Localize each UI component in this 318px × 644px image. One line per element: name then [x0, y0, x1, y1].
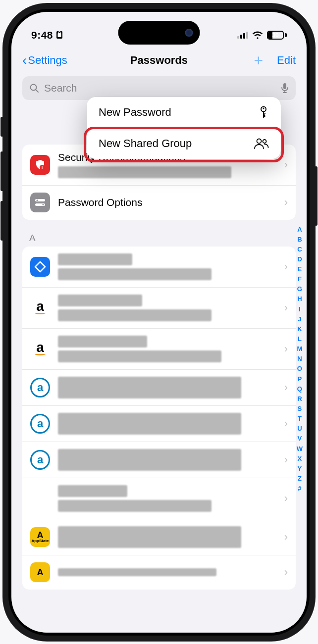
password-row[interactable]: a › [22, 328, 296, 369]
index-letter[interactable]: D [297, 254, 303, 264]
chevron-right-icon: › [284, 260, 288, 273]
apple-icon [30, 489, 50, 508]
svg-point-7 [257, 139, 262, 143]
search-field[interactable]: Search [22, 76, 296, 100]
chevron-right-icon: › [284, 453, 288, 466]
password-row[interactable]: a › [22, 405, 296, 442]
add-menu-popup: New Password New Shared Group [87, 97, 281, 159]
password-row[interactable]: › [22, 247, 296, 287]
fade-overlay [11, 598, 307, 633]
search-icon [29, 83, 39, 93]
svg-point-6 [263, 107, 265, 109]
chevron-right-icon: › [284, 531, 288, 544]
index-letter[interactable]: U [297, 424, 303, 434]
password-row[interactable]: a › [22, 442, 296, 478]
edit-button[interactable]: Edit [277, 54, 296, 67]
add-button[interactable]: + [254, 52, 263, 68]
index-letter[interactable]: Z [297, 474, 303, 484]
redacted-content [58, 336, 147, 347]
password-row[interactable]: a › [22, 287, 296, 328]
password-row[interactable]: AAppState › [22, 519, 296, 555]
index-letter[interactable]: J [297, 314, 303, 324]
row-label: Password Options [58, 197, 276, 208]
index-letter[interactable]: X [297, 454, 303, 464]
redacted-content [58, 568, 216, 576]
amazon-icon: a [30, 298, 50, 318]
redacted-content [58, 268, 212, 280]
status-time: 9:48 [31, 29, 53, 41]
menu-new-password[interactable]: New Password [87, 97, 281, 128]
index-letter[interactable]: E [297, 264, 303, 274]
back-label: Settings [28, 54, 67, 67]
dynamic-island [118, 21, 200, 45]
index-letter[interactable]: S [297, 404, 303, 414]
svg-line-3 [36, 90, 39, 92]
section-header-a: A [29, 233, 289, 244]
svg-point-12 [37, 199, 38, 201]
chevron-right-icon: › [284, 158, 288, 171]
passwords-group-a: › a › a › [22, 247, 296, 590]
index-letter[interactable]: I [297, 304, 303, 314]
security-icon: ! [30, 155, 50, 175]
index-letter[interactable]: B [297, 235, 303, 245]
index-letter[interactable]: N [297, 354, 303, 364]
index-letter[interactable]: L [297, 334, 303, 344]
index-letter[interactable]: A [297, 225, 303, 235]
back-button[interactable]: ‹ Settings [22, 53, 67, 67]
index-letter[interactable]: V [297, 434, 303, 444]
page-title: Passwords [130, 54, 188, 67]
microphone-icon[interactable] [281, 83, 289, 94]
password-options-row[interactable]: Password Options › [22, 185, 296, 220]
redacted-content [58, 413, 241, 435]
people-icon [254, 138, 269, 149]
amazon-icon: a [30, 339, 50, 359]
index-letter[interactable]: M [297, 344, 303, 354]
redacted-content [58, 449, 241, 471]
index-letter[interactable]: K [297, 324, 303, 334]
index-letter[interactable]: W [297, 444, 303, 454]
menu-label: New Password [99, 106, 171, 119]
appstate-icon: A [30, 562, 50, 582]
volume-down [0, 201, 3, 241]
svg-point-8 [263, 140, 266, 143]
power-button [315, 166, 318, 226]
redacted-content [58, 295, 142, 306]
index-letter[interactable]: # [297, 484, 303, 494]
chevron-right-icon: › [284, 381, 288, 394]
svg-point-14 [43, 204, 44, 205]
index-letter[interactable]: O [297, 364, 303, 374]
orientation-lock-icon [56, 31, 63, 39]
index-letter[interactable]: H [297, 294, 303, 304]
appstate-icon: AAppState [30, 527, 50, 547]
cellular-icon [237, 31, 248, 39]
options-icon [30, 193, 50, 212]
key-icon [258, 106, 269, 119]
app-icon: a [30, 450, 50, 470]
app-icon: a [30, 414, 50, 434]
app-icon [30, 257, 50, 277]
front-camera [185, 29, 193, 37]
index-letter[interactable]: R [297, 394, 303, 404]
index-letter[interactable]: T [297, 414, 303, 424]
index-letter[interactable]: C [297, 245, 303, 254]
chevron-right-icon: › [284, 492, 288, 505]
svg-point-2 [31, 84, 37, 90]
alphabet-index[interactable]: ABCDEFGHIJKLMNOPQRSTUVWXYZ# [297, 225, 303, 494]
index-letter[interactable]: P [297, 374, 303, 384]
password-row[interactable]: › [22, 478, 296, 519]
password-row[interactable]: a › [22, 369, 296, 405]
index-letter[interactable]: Y [297, 464, 303, 474]
index-letter[interactable]: G [297, 284, 303, 294]
search-placeholder: Search [44, 82, 276, 94]
chevron-right-icon: › [284, 566, 288, 579]
redacted-content [58, 485, 127, 497]
wifi-icon [252, 31, 263, 39]
index-letter[interactable]: F [297, 274, 303, 284]
chevron-left-icon: ‹ [22, 53, 27, 67]
menu-label: New Shared Group [99, 137, 192, 150]
password-row[interactable]: A › [22, 555, 296, 590]
device-frame: 9:48 30 [2, 3, 316, 642]
volume-up [0, 151, 3, 191]
menu-new-shared-group[interactable]: New Shared Group [87, 128, 281, 159]
index-letter[interactable]: Q [297, 384, 303, 394]
